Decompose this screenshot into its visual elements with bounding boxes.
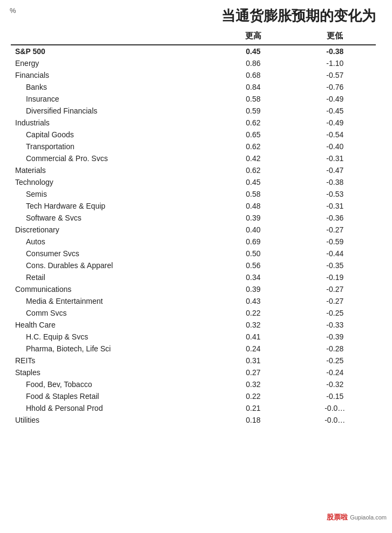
row-label: Capital Goods — [11, 129, 212, 141]
table-row: REITs0.31-0.25 — [11, 355, 376, 367]
table-row: Pharma, Biotech, Life Sci0.24-0.28 — [11, 343, 376, 355]
table-row: Utilities0.18-0.0… — [11, 414, 376, 426]
row-higher: 0.39 — [212, 212, 294, 224]
row-higher: 0.84 — [212, 81, 294, 93]
row-lower: -0.0… — [294, 414, 376, 426]
row-higher: 0.31 — [212, 355, 294, 367]
table-row: Retail0.34-0.19 — [11, 271, 376, 283]
table-row: Health Care0.32-0.33 — [11, 319, 376, 331]
row-lower: -0.0… — [294, 402, 376, 414]
table-row: H.C. Equip & Svcs0.41-0.39 — [11, 331, 376, 343]
row-lower: -0.57 — [294, 69, 376, 81]
row-label: Health Care — [11, 319, 212, 331]
row-lower: -0.76 — [294, 81, 376, 93]
row-label: Food, Bev, Tobacco — [11, 378, 212, 390]
row-lower: -0.19 — [294, 271, 376, 283]
row-higher: 0.40 — [212, 224, 294, 236]
row-label: Transportation — [11, 141, 212, 152]
row-label: Food & Staples Retail — [11, 390, 212, 402]
row-label: Tech Hardware & Equip — [11, 200, 212, 212]
row-higher: 0.45 — [212, 45, 294, 57]
row-lower: -0.33 — [294, 319, 376, 331]
row-higher: 0.21 — [212, 402, 294, 414]
table-container: 更高 更低 S&P 5000.45-0.38Energy0.86-1.10Fin… — [0, 28, 392, 437]
table-row: Food & Staples Retail0.22-0.15 — [11, 390, 376, 402]
row-lower: -0.59 — [294, 236, 376, 248]
row-label: Software & Svcs — [11, 212, 212, 224]
table-row: Staples0.27-0.24 — [11, 367, 376, 378]
row-higher: 0.18 — [212, 414, 294, 426]
table-row: Autos0.69-0.59 — [11, 236, 376, 248]
table-row: Discretionary0.40-0.27 — [11, 224, 376, 236]
row-lower: -0.15 — [294, 390, 376, 402]
table-row: S&P 5000.45-0.38 — [11, 45, 376, 57]
row-lower: -0.39 — [294, 331, 376, 343]
row-higher: 0.62 — [212, 164, 294, 176]
row-higher: 0.50 — [212, 248, 294, 259]
row-label: Pharma, Biotech, Life Sci — [11, 343, 212, 355]
row-label: Banks — [11, 81, 212, 93]
row-label: Materials — [11, 164, 212, 176]
table-row: Software & Svcs0.39-0.36 — [11, 212, 376, 224]
row-label: Cons. Durables & Apparel — [11, 259, 212, 271]
row-lower: -0.49 — [294, 117, 376, 129]
table-row: Technology0.45-0.38 — [11, 176, 376, 188]
row-higher: 0.62 — [212, 117, 294, 129]
row-lower: -0.44 — [294, 248, 376, 259]
table-row: Comm Svcs0.22-0.25 — [11, 307, 376, 319]
row-label: Communications — [11, 283, 212, 295]
row-label: Industrials — [11, 117, 212, 129]
table-row: Transportation0.62-0.40 — [11, 141, 376, 152]
row-label: Technology — [11, 176, 212, 188]
row-label: Retail — [11, 271, 212, 283]
row-lower: -0.31 — [294, 200, 376, 212]
row-label: S&P 500 — [11, 45, 212, 57]
watermark-text: 股票啦 — [327, 512, 348, 522]
table-row: Media & Entertainment0.43-0.27 — [11, 295, 376, 307]
row-label: H.C. Equip & Svcs — [11, 331, 212, 343]
watermark-logo: Gupiaola.com — [350, 514, 387, 521]
col-header-label — [11, 28, 212, 45]
row-higher: 0.22 — [212, 307, 294, 319]
row-higher: 0.68 — [212, 69, 294, 81]
row-label: Utilities — [11, 414, 212, 426]
row-lower: -0.40 — [294, 141, 376, 152]
watermark: 股票啦 Gupiaola.com — [327, 512, 387, 522]
row-higher: 0.24 — [212, 343, 294, 355]
row-lower: -0.27 — [294, 283, 376, 295]
col-header-higher: 更高 — [212, 28, 294, 45]
table-row: Industrials0.62-0.49 — [11, 117, 376, 129]
row-higher: 0.22 — [212, 390, 294, 402]
table-row: Consumer Svcs0.50-0.44 — [11, 248, 376, 259]
table-row: Energy0.86-1.10 — [11, 57, 376, 69]
row-higher: 0.69 — [212, 236, 294, 248]
row-higher: 0.34 — [212, 271, 294, 283]
row-lower: -0.27 — [294, 224, 376, 236]
table-row: Capital Goods0.65-0.54 — [11, 129, 376, 141]
row-lower: -0.53 — [294, 188, 376, 200]
row-lower: -0.45 — [294, 105, 376, 117]
table-row: Semis0.58-0.53 — [11, 188, 376, 200]
row-higher: 0.58 — [212, 93, 294, 105]
table-row: Diversified Financials0.59-0.45 — [11, 105, 376, 117]
row-higher: 0.41 — [212, 331, 294, 343]
row-higher: 0.27 — [212, 367, 294, 378]
row-higher: 0.42 — [212, 152, 294, 164]
row-higher: 0.43 — [212, 295, 294, 307]
row-lower: -0.25 — [294, 355, 376, 367]
col-header-lower: 更低 — [294, 28, 376, 45]
row-higher: 0.62 — [212, 141, 294, 152]
row-label: Consumer Svcs — [11, 248, 212, 259]
main-title: 当通货膨胀预期的变化为 — [0, 0, 392, 25]
row-lower: -0.38 — [294, 45, 376, 57]
row-higher: 0.32 — [212, 378, 294, 390]
row-lower: -0.54 — [294, 129, 376, 141]
table-row: Tech Hardware & Equip0.48-0.31 — [11, 200, 376, 212]
row-label: Semis — [11, 188, 212, 200]
row-label: Commercial & Pro. Svcs — [11, 152, 212, 164]
row-higher: 0.32 — [212, 319, 294, 331]
row-lower: -0.49 — [294, 93, 376, 105]
table-row: Hhold & Personal Prod0.21-0.0… — [11, 402, 376, 414]
row-lower: -0.36 — [294, 212, 376, 224]
row-label: Staples — [11, 367, 212, 378]
